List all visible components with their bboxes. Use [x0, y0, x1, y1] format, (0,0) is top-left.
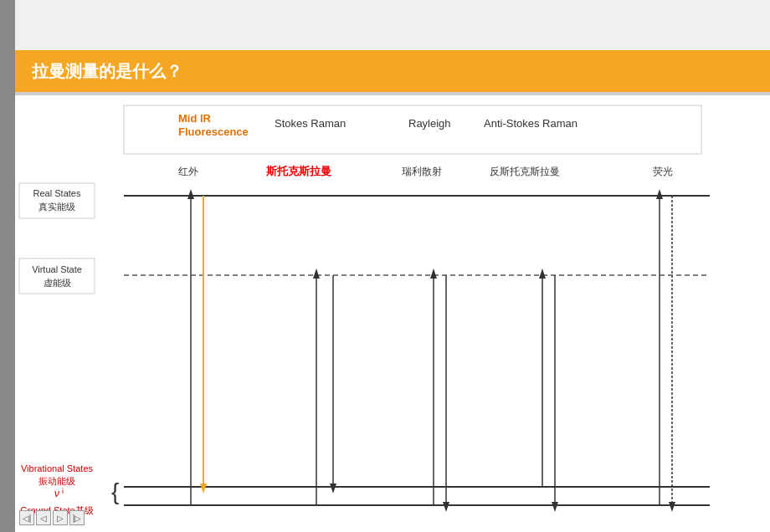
svg-marker-20: [539, 269, 546, 279]
ir-cn-label: 红外: [178, 166, 198, 177]
svg-marker-16: [430, 269, 437, 279]
svg-marker-8: [187, 189, 194, 199]
virtual-state-cn: 虚能级: [44, 278, 71, 288]
nav-next-button[interactable]: ▷: [53, 510, 68, 525]
vib-states-cn: 振动能级: [38, 476, 75, 486]
nu-i-subscript: i: [62, 487, 64, 495]
energy-diagram: Mid IR Fluorescence Stokes Raman Rayleig…: [15, 95, 770, 532]
page-header: 拉曼测量的是什么？: [15, 50, 770, 92]
vib-states-en: Vibrational States: [21, 463, 94, 473]
nav-first-button[interactable]: ◁|: [19, 510, 34, 525]
fluorescence-label: Fluorescence: [178, 125, 249, 138]
svg-marker-10: [200, 483, 207, 494]
svg-marker-24: [656, 189, 663, 199]
real-states-en: Real States: [33, 188, 81, 198]
nav-last-button[interactable]: |▷: [69, 510, 85, 525]
rayleigh-cn-label: 瑞利散射: [402, 166, 442, 177]
stokes-raman-label: Stokes Raman: [275, 117, 346, 130]
curly-brace: {: [111, 478, 119, 504]
left-sidebar: [0, 0, 15, 532]
antistokes-cn-label: 反斯托克斯拉曼: [490, 166, 560, 177]
fluorescence-cn-label: 荧光: [653, 166, 673, 177]
main-content: Mid IR Fluorescence Stokes Raman Rayleig…: [15, 95, 770, 532]
svg-marker-18: [443, 502, 449, 512]
nu-i-label: ν: [54, 488, 59, 499]
virtual-state-en: Virtual State: [32, 264, 82, 274]
real-states-cn: 真实能级: [38, 202, 75, 212]
anti-stokes-label: Anti-Stokes Raman: [484, 117, 578, 130]
nav-arrows[interactable]: ◁| ◁ ▷ |▷: [19, 510, 85, 525]
svg-marker-14: [330, 483, 336, 494]
rayleigh-label: Rayleigh: [408, 117, 451, 130]
svg-marker-22: [552, 502, 558, 512]
nav-prev-button[interactable]: ◁: [36, 510, 51, 525]
mid-ir-label: Mid IR: [178, 112, 212, 125]
svg-marker-12: [313, 269, 320, 279]
stokes-cn-label: 斯托克斯拉曼: [265, 165, 332, 177]
svg-marker-26: [669, 502, 675, 512]
page-title: 拉曼测量的是什么？: [32, 60, 182, 83]
